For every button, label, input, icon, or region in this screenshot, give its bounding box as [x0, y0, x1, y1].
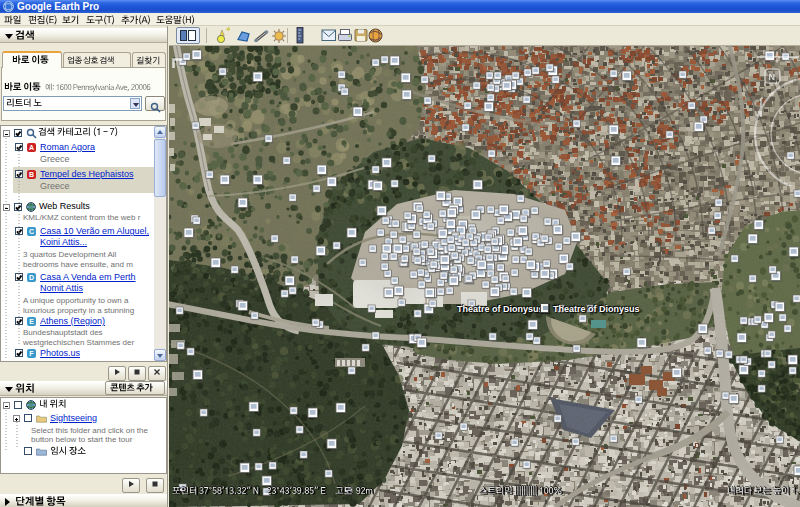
svg-text:N: N [769, 72, 776, 82]
